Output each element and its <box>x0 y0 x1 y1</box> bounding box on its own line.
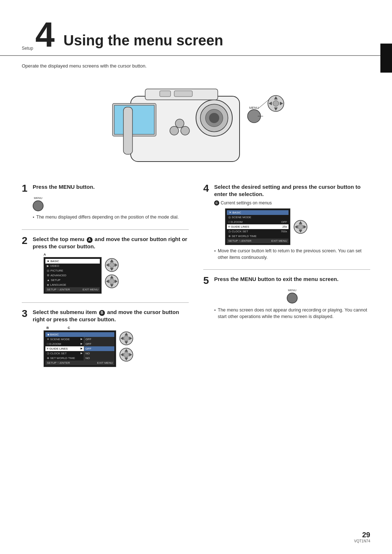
current-settings-text: Current settings on menus <box>221 200 272 205</box>
submenu-header-label: ■ BASIC <box>48 333 59 336</box>
step-5-menu-btn: MENU <box>214 289 370 304</box>
menu-row-video: ▶VIDEO <box>45 264 100 268</box>
svg-point-21 <box>273 101 279 106</box>
step-3: 3 Select the submenu item B and move the… <box>22 309 189 367</box>
step4-row-clock: ◷ CLOCK SET700x <box>227 229 289 234</box>
svg-point-41 <box>124 336 129 341</box>
chapter-title: Using the menu screen <box>64 32 223 49</box>
svg-rect-2 <box>114 105 154 134</box>
chapter-number: 4 <box>35 17 54 52</box>
page-header: Setup 4 Using the menu screen <box>0 0 392 56</box>
cursor-buttons-3 <box>119 331 134 362</box>
menu-button-5 <box>287 293 298 304</box>
svg-rect-10 <box>174 91 192 97</box>
cursor-btn-3-2 <box>119 347 134 362</box>
cursor-btn-4 <box>293 220 308 234</box>
submenu-container: B C ■ BASIC <box>44 326 116 367</box>
a-label: A <box>44 253 102 256</box>
intro-text: Operate the displayed menu screens with … <box>22 63 370 69</box>
cursor-buttons-2 <box>105 258 119 289</box>
submenu-body: ✕ SCENE MODE▶ □ D.ZOOM▶ ≡ GUIDE LINES▶ <box>45 337 114 360</box>
svg-point-11 <box>170 126 179 135</box>
step-3-header: 3 Select the submenu item B and move the… <box>22 309 189 323</box>
step-1-bullet: The menu displayed differs depending on … <box>33 214 189 221</box>
step-2-header: 2 Select the top menu A and move the cur… <box>22 236 189 250</box>
svg-line-22 <box>258 100 269 109</box>
step-5-body: MENU The menu screen does not appear dur… <box>203 289 370 320</box>
menu-footer-3: SETUP ↑↓ENTER EXIT MENU <box>45 360 114 365</box>
menu-footer-right-3: EXIT MENU <box>97 361 113 364</box>
step-3-illustration: B C ■ BASIC <box>44 326 189 367</box>
svg-point-29 <box>109 262 114 268</box>
submenu-row-world: ⊕ SET WORLD TIME <box>45 356 84 360</box>
svg-point-6 <box>209 113 219 123</box>
camera-svg: MENU <box>102 74 290 176</box>
svg-point-47 <box>124 352 129 357</box>
circle-c-indicator: C <box>214 200 219 205</box>
doc-number: VQT1N74 <box>354 539 370 543</box>
divider-2 <box>22 302 189 303</box>
circle-a: A <box>87 237 93 243</box>
menu-footer-4: SETUP ↑↓ENTER EXIT MENU <box>227 239 289 243</box>
step-5: 5 Press the MENU button to exit the menu… <box>203 276 370 320</box>
svg-point-53 <box>298 224 303 229</box>
divider-3 <box>203 269 370 270</box>
val-no-1: NO <box>84 351 114 356</box>
step-4-body: C Current settings on menus ✕ BASIC ◎ SC… <box>203 200 370 261</box>
step-3-body: B C ■ BASIC <box>22 326 189 367</box>
step-2-title: Select the top menu A and move the curso… <box>33 236 189 250</box>
step-4-title: Select the desired setting and press the… <box>214 183 370 197</box>
step-2-body: A ★BASIC ▶VIDEO ◎PICTURE <box>22 253 189 294</box>
val-off-2: OFF <box>84 342 114 346</box>
menu-footer-right-4: EXIT MENU <box>271 239 287 243</box>
step-1-title: Press the MENU button. <box>33 183 95 191</box>
step-3-number: 3 <box>22 309 30 319</box>
step-4: 4 Select the desired setting and press t… <box>203 183 370 261</box>
submenu-row-scene: ✕ SCENE MODE▶ <box>45 337 84 342</box>
main-content: Operate the displayed menu screens with … <box>0 56 392 390</box>
menu-label-5: MENU <box>214 289 370 292</box>
menu-footer-left-4: SETUP ↑↓ENTER <box>228 239 252 243</box>
chapter-tab <box>380 44 392 73</box>
step-1: 1 Press the MENU button. MENU The menu d… <box>22 183 189 221</box>
step-2: 2 Select the top menu A and move the cur… <box>22 236 189 294</box>
left-column: 1 Press the MENU button. MENU The menu d… <box>22 183 189 376</box>
svg-point-13 <box>175 119 184 128</box>
c-label-display: C <box>68 326 70 330</box>
cursor-btn-3-1 <box>119 331 134 346</box>
menu-footer-left-2: SETUP ↑↓ENTER <box>47 288 70 291</box>
svg-text:MENU: MENU <box>249 106 259 110</box>
submenu-row-clock: ◷ CLOCK SET▶ <box>45 351 84 356</box>
chapter-number-container: Setup 4 <box>22 17 55 52</box>
submenu-list: ✕ SCENE MODE▶ □ D.ZOOM▶ ≡ GUIDE LINES▶ <box>45 337 84 360</box>
step4-row-world: ⊕ SET WORLD TIME <box>227 234 289 239</box>
step-1-body: MENU The menu displayed differs dependin… <box>22 196 189 221</box>
menu-screen-3: ■ BASIC ✕ SCENE MODE▶ <box>44 330 116 367</box>
b-label-display: B <box>46 326 49 330</box>
step4-row-guide: ≡ GUIDE LINES25x <box>227 224 289 229</box>
circle-b: B <box>99 310 105 316</box>
page-footer: 29 VQT1N74 <box>354 531 370 543</box>
menu-screen-4-container: ✕ BASIC ◎ SCENE MODE □ D.ZOOMOFF ≡ GUIDE… <box>225 208 290 245</box>
step4-row-scene: ◎ SCENE MODE <box>227 215 289 220</box>
camera-illustration: MENU <box>22 74 370 176</box>
val-off-1: OFF <box>84 337 114 342</box>
bc-labels-row: B C <box>44 326 116 330</box>
menu-row-language: ◈LANGUAGE <box>45 282 100 287</box>
step-4-bullet: Move the cursor button left to return to… <box>214 248 370 261</box>
step-1-header: 1 Press the MENU button. <box>22 183 189 194</box>
submenu-row-dzoom: □ D.ZOOM▶ <box>45 342 84 346</box>
step-4-header: 4 Select the desired setting and press t… <box>203 183 370 197</box>
step-3-title: Select the submenu item B and move the c… <box>33 309 189 323</box>
svg-point-12 <box>181 126 189 135</box>
svg-rect-9 <box>160 91 171 97</box>
menu-screen-4: ✕ BASIC ◎ SCENE MODE □ D.ZOOMOFF ≡ GUIDE… <box>225 208 290 245</box>
menu-button-1 <box>33 200 44 211</box>
step4-header-row: ✕ BASIC <box>227 210 289 215</box>
val-no-2: NO <box>84 356 114 360</box>
step-5-number: 5 <box>203 276 212 286</box>
step-1-number: 1 <box>22 183 30 194</box>
divider-1 <box>22 229 189 230</box>
menu-screen-2: ★BASIC ▶VIDEO ◎PICTURE ⚙AD <box>44 257 102 294</box>
setup-label: Setup <box>22 46 33 51</box>
